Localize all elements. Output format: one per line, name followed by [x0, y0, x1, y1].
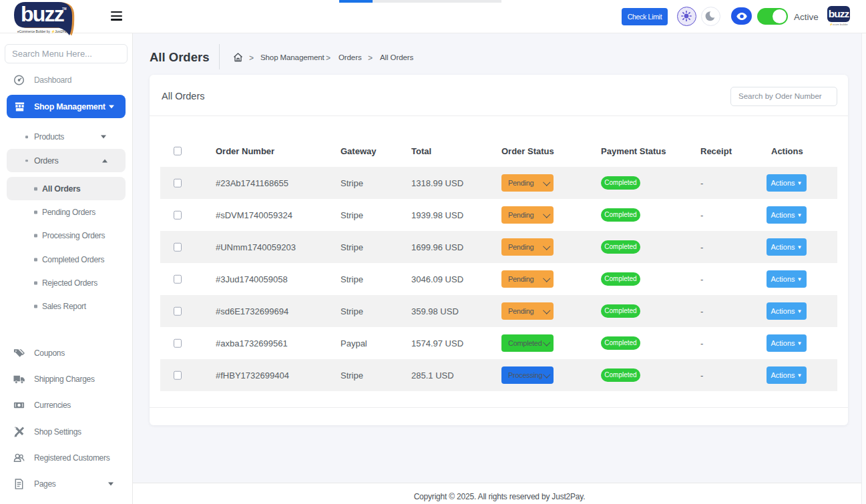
svg-text:eCommerce Builder by ⚡Just2Pay: eCommerce Builder by ⚡Just2Pay: [17, 29, 68, 34]
svg-text:TM: TM: [62, 7, 67, 11]
svg-text:buzz: buzz: [21, 2, 64, 26]
